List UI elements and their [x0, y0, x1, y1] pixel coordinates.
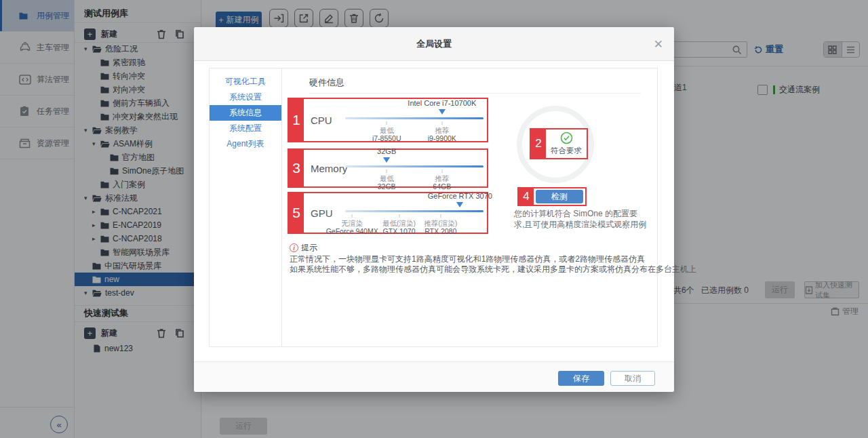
settings-nav-item[interactable]: Agent列表: [210, 136, 281, 152]
hardware-row: 5 GPU GeForce RTX 3070: [288, 192, 488, 234]
detect-description-line: 求,且可使用高精度渲染模式观察用例: [514, 219, 659, 230]
tick-mark: [399, 214, 399, 218]
tick-value: RTX 2080: [425, 227, 456, 235]
tick-mark: [441, 170, 442, 173]
tick-value: i9-9900K: [428, 134, 456, 142]
current-value-label: Intel Core i7-10700K: [408, 99, 476, 107]
settings-nav-item[interactable]: 系统设置: [210, 89, 281, 105]
save-button[interactable]: 保存: [558, 371, 604, 386]
tick-value: GTX 1070: [383, 227, 416, 235]
tick-value: 32GB: [378, 182, 396, 191]
cancel-button[interactable]: 取消: [610, 371, 655, 386]
global-settings-dialog: 全局设置 ✕ 可视化工具 系统设置 系统信息 系统配置 Agent列表 硬件信息: [194, 27, 674, 392]
hardware-slider: Intel Core i7-10700K 最低 i: [345, 99, 484, 141]
hardware-label: GPU: [311, 207, 333, 219]
tick-mark: [387, 170, 387, 173]
tick-mark: [352, 214, 353, 218]
settings-nav-item[interactable]: 系统信息: [210, 105, 281, 121]
tick-value: 64GB: [433, 182, 451, 191]
annotation-mark: 2: [531, 130, 546, 158]
hardware-info-content: 硬件信息 1 CPU Intel Core i7-10700K: [282, 68, 657, 346]
annotation-mark: 3: [289, 150, 304, 186]
tick-mark: [387, 121, 387, 125]
current-value-label: GeForce RTX 3070: [428, 192, 492, 200]
detect-area: 4 检测: [517, 187, 587, 206]
slider-track: [345, 165, 484, 167]
hardware-label: Memory: [311, 163, 347, 174]
slider-marker-icon: [456, 202, 463, 207]
slider-marker-icon: [383, 157, 390, 163]
info-icon: i: [290, 243, 298, 252]
tick-value: GeForce 940MX: [326, 227, 378, 235]
detect-description: 您的计算机符合 SimOne 的配置要求,且可使用高精度渲染模式观察用例: [514, 208, 659, 230]
hint-line: 如果系统性能不够，多路物理传感器仿真可能会导致系统卡死，建议采用多显卡的方案或将…: [290, 264, 696, 275]
status-result: 2 符合要求: [530, 128, 588, 159]
hardware-label: CPU: [311, 115, 332, 126]
hint-line: 正常情况下，一块物理显卡可支持1路高精度可视化和1路物理传感器仿真，或者2路物理…: [290, 254, 696, 264]
hardware-slider: 32GB 最低 32GB: [345, 147, 484, 189]
status-result-label: 符合要求: [551, 146, 582, 156]
dialog-header: 全局设置 ✕: [194, 27, 674, 61]
slider-track: [345, 117, 484, 119]
settings-nav-item[interactable]: 可视化工具: [210, 74, 281, 89]
close-icon[interactable]: ✕: [654, 27, 663, 61]
divider: [309, 93, 641, 94]
hint-header: i 提示: [290, 242, 317, 254]
hardware-row: 3 Memory 32GB: [288, 148, 488, 188]
dialog-title: 全局设置: [194, 27, 674, 61]
detect-button[interactable]: 检测: [536, 190, 583, 203]
annotation-mark: 4: [519, 188, 534, 205]
dialog-footer: 保存 取消: [194, 361, 674, 392]
hint-title: 提示: [301, 242, 317, 254]
section-title: 硬件信息: [309, 77, 344, 89]
settings-nav-item[interactable]: 系统配置: [210, 121, 281, 136]
annotation-mark: 5: [289, 193, 304, 233]
hardware-row: 1 CPU Intel Core i7-10700K: [288, 98, 488, 142]
settings-panel: 可视化工具 系统设置 系统信息 系统配置 Agent列表 硬件信息: [209, 68, 658, 347]
slider-track: [345, 210, 484, 212]
check-circle-icon: [560, 132, 573, 144]
hint-text: 正常情况下，一块物理显卡可支持1路高精度可视化和1路物理传感器仿真，或者2路物理…: [290, 254, 696, 275]
slider-marker-icon: [439, 109, 446, 115]
annotation-mark: 1: [289, 99, 304, 141]
tick-mark: [440, 214, 441, 218]
tick-mark: [441, 121, 442, 125]
current-value-label: 32GB: [377, 147, 396, 155]
hardware-slider: GeForce RTX 3070 无渲染 GeFo: [345, 192, 484, 234]
tick-value: i7-8550U: [372, 134, 401, 142]
detect-description-line: 您的计算机符合 SimOne 的配置要: [514, 208, 659, 219]
